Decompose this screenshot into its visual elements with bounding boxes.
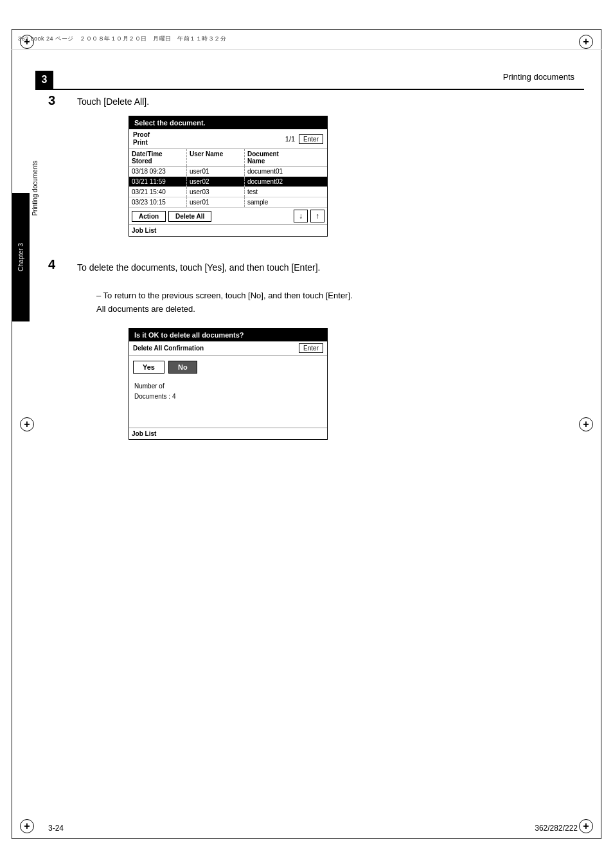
header-bar: 362.book 24 ページ ２００８年１０月２０日 月曜日 午前１１時３２分 bbox=[12, 29, 601, 50]
screen1-column-header: Date/TimeStored User Name DocumentName bbox=[129, 149, 327, 167]
row-doc: test bbox=[245, 187, 327, 197]
scroll-down-button[interactable]: ↓ bbox=[294, 210, 308, 222]
scroll-up-button[interactable]: ↑ bbox=[310, 210, 324, 222]
screen2-enter-button[interactable]: Enter bbox=[299, 343, 323, 353]
step3-instruction: Touch [Delete All]. bbox=[77, 96, 149, 107]
screen1-mockup: Select the document. ProofPrint 1/1 Ente… bbox=[129, 116, 328, 237]
step4-sub-text: – To return to the previous screen, touc… bbox=[96, 289, 353, 316]
screen2-mockup: Is it OK to delete all documents? Delete… bbox=[129, 328, 328, 440]
row-doc: document01 bbox=[245, 167, 327, 176]
row-date: 03/21 15:40 bbox=[129, 187, 187, 197]
row-doc: document02 bbox=[245, 177, 327, 186]
document-count-info: Number ofDocuments : 4 bbox=[129, 379, 327, 428]
step3-number: 3 bbox=[48, 93, 55, 108]
table-row[interactable]: 03/21 11:59 user02 document02 bbox=[129, 177, 327, 187]
step4-number: 4 bbox=[48, 257, 55, 272]
col-header-date: Date/TimeStored bbox=[129, 149, 187, 166]
row-user: user03 bbox=[187, 187, 245, 197]
row-date: 03/21 11:59 bbox=[129, 177, 187, 186]
table-row[interactable]: 03/23 10:15 user01 sample bbox=[129, 197, 327, 208]
confirm-label: Delete All Confirmation bbox=[133, 345, 299, 352]
page-title: Printing documents bbox=[503, 72, 574, 82]
screen1-enter-button[interactable]: Enter bbox=[299, 134, 323, 144]
col-header-doc: DocumentName bbox=[245, 149, 327, 166]
job-list-label[interactable]: Job List bbox=[129, 225, 327, 236]
yes-no-buttons: Yes No bbox=[129, 356, 327, 379]
no-button[interactable]: No bbox=[168, 361, 197, 374]
printing-vert-label: Printing documents bbox=[30, 161, 40, 216]
proof-print-label: ProofPrint bbox=[133, 131, 285, 147]
screen2-top-row: Delete All Confirmation Enter bbox=[129, 341, 327, 356]
screen1-top-row: ProofPrint 1/1 Enter bbox=[129, 129, 327, 149]
screen1-actions-row: Action Delete All ↓ ↑ bbox=[129, 208, 327, 225]
screen2-title: Is it OK to delete all documents? bbox=[129, 329, 327, 341]
row-doc: sample bbox=[245, 197, 327, 207]
chapter-badge: 3 bbox=[35, 71, 53, 89]
footer-page-number: 3-24 bbox=[48, 824, 64, 833]
yes-button[interactable]: Yes bbox=[133, 361, 164, 374]
screen1-title: Select the document. bbox=[129, 116, 327, 129]
chapter-tab: Chapter 3 bbox=[12, 193, 30, 321]
row-user: user01 bbox=[187, 197, 245, 207]
table-row[interactable]: 03/18 09:23 user01 document01 bbox=[129, 167, 327, 177]
step4-instruction: To delete the documents, touch [Yes], an… bbox=[77, 261, 321, 275]
table-row[interactable]: 03/21 15:40 user03 test bbox=[129, 187, 327, 197]
col-header-user: User Name bbox=[187, 149, 245, 166]
action-button[interactable]: Action bbox=[132, 211, 166, 222]
screen1-page-indicator: 1/1 bbox=[285, 135, 295, 143]
file-info: 362.book 24 ページ ２００８年１０月２０日 月曜日 午前１１時３２分 bbox=[18, 35, 226, 43]
row-user: user02 bbox=[187, 177, 245, 186]
header-rule bbox=[35, 89, 584, 90]
delete-all-button[interactable]: Delete All bbox=[168, 211, 211, 222]
row-date: 03/23 10:15 bbox=[129, 197, 187, 207]
row-user: user01 bbox=[187, 167, 245, 176]
footer-model-number: 362/282/222 bbox=[535, 824, 578, 833]
row-date: 03/18 09:23 bbox=[129, 167, 187, 176]
job-list-label2[interactable]: Job List bbox=[129, 428, 327, 439]
